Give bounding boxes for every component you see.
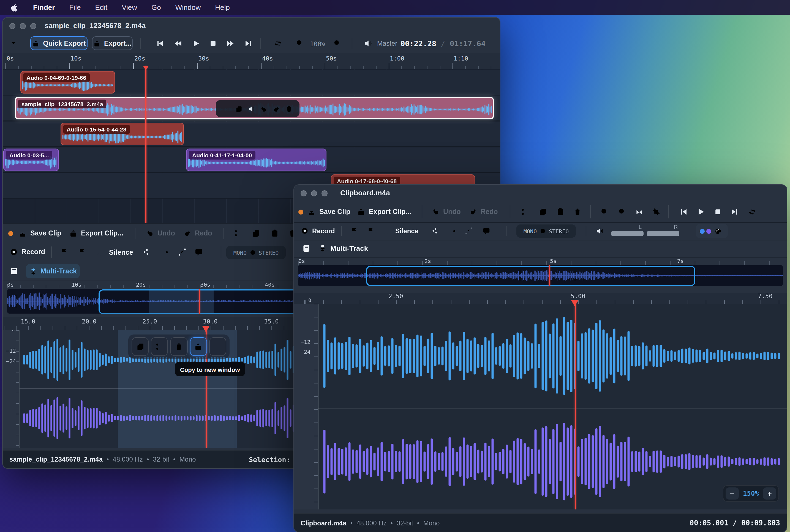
redo-icon[interactable] <box>273 105 280 113</box>
remove-marker-button[interactable] <box>78 248 87 256</box>
play-button[interactable] <box>696 207 705 216</box>
redo-button[interactable]: Redo <box>183 229 212 237</box>
remove-marker-button[interactable] <box>367 227 375 235</box>
audio-clip[interactable]: Audio 0-04-69-0-19-66 <box>20 71 115 94</box>
undo-button[interactable]: Undo <box>431 207 461 216</box>
stop-button[interactable] <box>714 207 722 216</box>
record-button[interactable]: Record <box>300 227 335 235</box>
voice-isolation-button[interactable] <box>160 248 169 256</box>
copy-icon[interactable] <box>235 105 243 113</box>
transcript-button[interactable] <box>482 227 491 235</box>
effects-button[interactable] <box>430 227 439 235</box>
detail-playhead[interactable] <box>575 304 575 510</box>
fit-selection-button[interactable] <box>635 207 644 216</box>
zoom-window-button[interactable] <box>30 23 36 29</box>
insert-silence-button[interactable]: Silence <box>383 227 418 235</box>
speaker-icon[interactable] <box>247 105 255 113</box>
delete-button[interactable] <box>170 337 187 356</box>
effects-button[interactable] <box>142 248 150 256</box>
paste-button[interactable] <box>270 229 279 238</box>
loop-button[interactable] <box>274 39 282 48</box>
titlebar[interactable]: sample_clip_12345678_2.m4a <box>3 18 500 34</box>
master-volume-button[interactable] <box>364 39 373 48</box>
record-button[interactable]: Record <box>10 248 45 256</box>
zoom-out-button[interactable] <box>618 207 626 216</box>
quick-export-button[interactable]: Quick Export <box>30 36 88 50</box>
envelope-button[interactable] <box>465 227 473 235</box>
cut-button[interactable] <box>234 229 243 238</box>
archive-button[interactable] <box>302 244 311 253</box>
archive-button[interactable] <box>10 266 19 276</box>
overview-strip[interactable] <box>298 265 783 286</box>
transcript-button[interactable] <box>194 248 203 256</box>
stop-button[interactable] <box>209 39 218 48</box>
audio-clip[interactable]: Audio 0-41-17-1-04-00 <box>186 149 327 171</box>
overview-playhead[interactable] <box>199 289 200 314</box>
voice-isolation-button[interactable] <box>448 227 456 235</box>
skip-to-end-button[interactable] <box>730 207 739 216</box>
close-button[interactable] <box>300 190 307 196</box>
delete-button[interactable] <box>573 207 582 216</box>
save-clip-button[interactable]: Save Clip <box>307 207 350 216</box>
minimize-button[interactable] <box>311 190 317 196</box>
zoom-window-button[interactable] <box>321 190 328 196</box>
menu-item-view[interactable]: View <box>122 3 137 12</box>
timeline-playhead[interactable] <box>145 66 146 223</box>
detail-playhead-marker[interactable] <box>202 326 210 332</box>
new-waveform-button[interactable] <box>209 337 226 356</box>
menu-item-go[interactable]: Go <box>151 3 161 12</box>
menu-item-finder[interactable]: Finder <box>33 3 55 12</box>
copy-to-new-window-button[interactable] <box>190 337 207 356</box>
palette-icon[interactable] <box>714 227 722 235</box>
menu-item-window[interactable]: Window <box>175 3 201 12</box>
menu-item-file[interactable]: File <box>69 3 81 12</box>
waveform-icon[interactable] <box>223 105 231 113</box>
multitrack-toggle-active[interactable]: Multi-Track <box>26 264 80 278</box>
zoom-decrease-button[interactable]: − <box>725 488 739 499</box>
detail-playhead-marker[interactable] <box>571 300 578 306</box>
cut-button[interactable] <box>521 207 530 216</box>
channel-color-dot-blue[interactable] <box>700 229 705 233</box>
play-button[interactable] <box>191 39 200 48</box>
overview-playhead[interactable] <box>549 265 550 286</box>
zoom-in-button[interactable] <box>333 39 341 47</box>
skip-to-start-button[interactable] <box>156 39 165 48</box>
copy-button[interactable] <box>252 229 260 238</box>
crop-button[interactable] <box>652 207 661 216</box>
overview-viewport-box[interactable] <box>366 266 695 286</box>
mono-stereo-toggle[interactable]: MONO STEREO <box>516 225 576 238</box>
cut-button[interactable] <box>151 337 168 356</box>
apple-menu-icon[interactable] <box>10 3 19 12</box>
minimize-button[interactable] <box>20 23 26 29</box>
collapse-toolbar-button[interactable] <box>10 39 18 47</box>
multitrack-toggle[interactable]: Multi-Track <box>318 244 368 252</box>
undo-icon[interactable] <box>260 105 268 113</box>
channel-color-dot-purple[interactable] <box>706 229 711 233</box>
menu-item-help[interactable]: Help <box>215 3 230 12</box>
envelope-button[interactable] <box>178 248 187 256</box>
menu-item-edit[interactable]: Edit <box>95 3 107 12</box>
channel-colors-control[interactable] <box>696 224 728 238</box>
rewind-button[interactable] <box>173 39 182 48</box>
audio-clip-selected[interactable]: sample_clip_12345678_2.m4a <box>15 97 494 119</box>
zoom-in-button[interactable] <box>600 207 609 216</box>
copy-button[interactable] <box>538 207 547 216</box>
save-clip-button[interactable]: Save Clip <box>18 229 61 238</box>
close-button[interactable] <box>10 23 15 29</box>
add-marker-button[interactable] <box>350 227 359 235</box>
right-volume-slider[interactable] <box>647 231 679 236</box>
detail-ruler[interactable]: 2.50 5.00 7.50 0 <box>294 293 787 304</box>
skip-to-start-button[interactable] <box>679 207 688 216</box>
mono-stereo-toggle[interactable]: MONO STEREO <box>226 246 286 259</box>
titlebar[interactable]: Clipboard.m4a <box>294 185 787 201</box>
fast-forward-button[interactable] <box>226 39 235 48</box>
skip-to-end-button[interactable] <box>244 39 253 48</box>
redo-button[interactable]: Redo <box>469 207 498 216</box>
export-clip-button[interactable]: Export Clip... <box>69 229 123 238</box>
audio-clip[interactable]: Audio 0-03-5... <box>3 149 59 171</box>
detail-wave-region[interactable]: − 150% + <box>318 304 787 510</box>
export-clip-button[interactable]: Export Clip... <box>357 207 411 216</box>
add-marker-button[interactable] <box>60 248 69 256</box>
trash-icon[interactable] <box>285 105 293 113</box>
zoom-increase-button[interactable]: + <box>763 488 776 499</box>
